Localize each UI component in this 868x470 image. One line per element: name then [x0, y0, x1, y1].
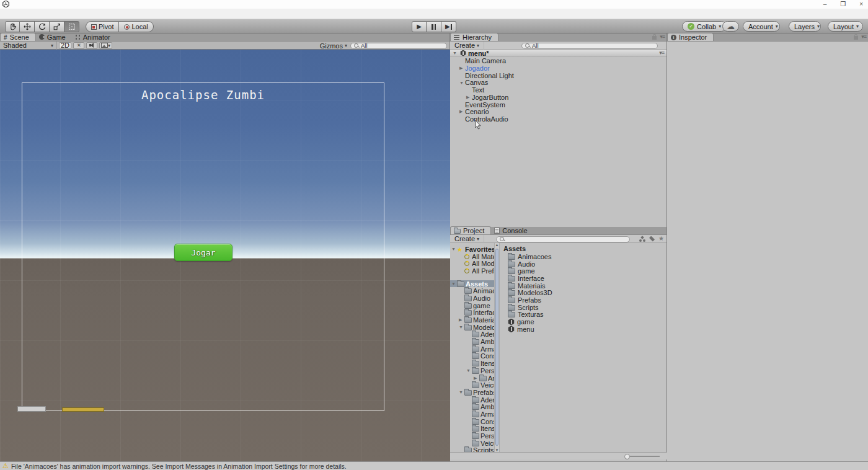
folder-tree-item[interactable]: ▼ Prefabs	[450, 389, 494, 396]
scene-search-input[interactable]: All	[350, 43, 447, 49]
folder-tree-item[interactable]: ▼ Perso	[450, 367, 494, 375]
hierarchy-item[interactable]: ▶ Jogador	[450, 64, 666, 72]
collab-button[interactable]: ✓Collab▾	[682, 21, 727, 32]
foldout-arrow-icon[interactable]: ▶	[459, 317, 464, 322]
layout-button[interactable]: Layout▾	[828, 21, 863, 32]
pivot-button[interactable]: Pivot	[86, 21, 119, 32]
rotate-tool-button[interactable]	[35, 21, 50, 32]
2d-toggle[interactable]: 2D	[59, 42, 71, 49]
asset-item[interactable]: Interface	[500, 275, 667, 282]
folder-tree-item[interactable]: Interfac	[450, 309, 494, 317]
asset-item[interactable]: Animacoes	[500, 253, 667, 260]
folder-tree-item[interactable]: Const	[450, 353, 494, 360]
inspector-tab[interactable]: Inspector	[667, 33, 714, 41]
asset-item[interactable]: Materiais	[500, 282, 667, 290]
scene-header-row[interactable]: ▼ menu* ▾≡	[450, 50, 666, 57]
layers-button[interactable]: Layers▾	[789, 21, 821, 32]
asset-item[interactable]: Modelos3D	[500, 289, 667, 296]
folder-tree-item[interactable]: ▶ Ani	[450, 375, 494, 382]
folder-tree-item[interactable]: Ambie	[450, 338, 494, 345]
panel-tab[interactable]: Project	[450, 226, 491, 234]
folder-tree-item[interactable]: All Prefa	[450, 267, 494, 275]
foldout-arrow-icon[interactable]: ▼	[451, 247, 457, 251]
foldout-arrow-icon[interactable]: ▼	[466, 368, 472, 373]
folder-tree-item[interactable]: Const	[450, 418, 494, 425]
foldout-arrow-icon[interactable]: ▼	[451, 282, 457, 286]
project-search-input[interactable]	[496, 236, 630, 242]
folder-tree-item[interactable]: Perso	[450, 432, 494, 440]
asset-item[interactable]: Scripts	[500, 304, 667, 311]
local-button[interactable]: Local	[119, 21, 153, 32]
scrollbar-thumb[interactable]	[495, 249, 498, 446]
step-button[interactable]: ▶	[441, 21, 456, 32]
scene-object-building[interactable]	[17, 406, 46, 412]
asset-item[interactable]: game	[500, 267, 667, 275]
folder-tree-item[interactable]: Animaco	[450, 287, 494, 295]
rect-tool-button[interactable]	[64, 21, 79, 32]
folder-tree-item[interactable]: Veicul	[450, 440, 494, 447]
hand-tool-button[interactable]	[5, 21, 20, 32]
hierarchy-item[interactable]: ▶ Cenario	[450, 109, 666, 116]
move-tool-button[interactable]	[20, 21, 35, 32]
foldout-arrow-icon[interactable]: ▼	[459, 325, 464, 329]
folder-tree-item[interactable]: ▼ Favorites	[450, 246, 494, 253]
scale-tool-button[interactable]	[50, 21, 64, 32]
folder-tree-item[interactable]: Ambie	[450, 403, 494, 410]
minimize-button[interactable]: –	[823, 0, 827, 8]
lighting-toggle[interactable]: ☀	[73, 42, 84, 49]
hierarchy-item[interactable]: EventSystem	[450, 101, 666, 109]
favorites-star-icon[interactable]: ★	[658, 236, 664, 242]
asset-item[interactable]: game	[500, 318, 667, 326]
folder-tree-item[interactable]: ▶ Materiais	[450, 316, 494, 324]
folder-tree-item[interactable]: Itens	[450, 360, 494, 367]
view-tab[interactable]: Game	[36, 33, 72, 41]
panel-menu-icon[interactable]: ▾≡	[660, 34, 665, 40]
thumbnail-zoom-slider[interactable]	[626, 456, 660, 457]
panel-menu-icon[interactable]: ▾≡	[861, 34, 866, 40]
hierarchy-item[interactable]: ▼ Canvas	[450, 79, 666, 86]
folder-tree-item[interactable]: Scripts	[450, 447, 494, 452]
hierarchy-item[interactable]: ▶ JogarButton	[450, 94, 666, 101]
folder-tree-item[interactable]: ▼ Assets	[450, 280, 494, 288]
hierarchy-tab[interactable]: Hierarchy	[450, 33, 498, 41]
scroll-up-icon[interactable]: ▲	[495, 243, 499, 247]
tree-scrollbar[interactable]: ▲ ▼	[494, 243, 500, 452]
hierarchy-create-button[interactable]: Create▾	[450, 42, 484, 50]
folder-tree-item[interactable]: Veicul	[450, 381, 494, 389]
folder-tree-item[interactable]: All Mode	[450, 260, 494, 267]
folder-tree-item[interactable]: Adere	[450, 331, 494, 339]
foldout-arrow-icon[interactable]: ▼	[459, 390, 464, 394]
scene-menu-icon[interactable]: ▾≡	[659, 50, 664, 56]
effects-toggle[interactable]: ▾	[99, 42, 112, 49]
play-button[interactable]: ▶	[412, 21, 427, 32]
hierarchy-item[interactable]: Text	[450, 86, 666, 94]
folder-tree-item[interactable]: Itens	[450, 425, 494, 433]
project-create-button[interactable]: Create▾	[450, 235, 484, 243]
hierarchy-search-input[interactable]: All	[521, 43, 658, 49]
folder-tree-item[interactable]: All Mater	[450, 253, 494, 260]
asset-item[interactable]: Prefabs	[500, 296, 667, 304]
cloud-button[interactable]: ☁	[722, 21, 739, 32]
foldout-arrow-icon[interactable]: ▼	[453, 51, 458, 55]
view-tab[interactable]: Animator	[72, 33, 117, 41]
foldout-arrow-icon[interactable]: ▶	[474, 376, 479, 381]
folder-tree-item[interactable]: Adere	[450, 396, 494, 404]
view-tab[interactable]: Scene	[0, 33, 36, 41]
status-bar[interactable]: ⚠ File 'Animacoes' has animation import …	[0, 461, 868, 470]
folder-tree-item[interactable]: Armas	[450, 345, 494, 353]
scene-viewport[interactable]: Apocalipse Zumbi Jogar	[0, 50, 450, 461]
scene-object-bus[interactable]	[62, 407, 104, 412]
pause-button[interactable]	[427, 21, 441, 32]
search-by-label-icon[interactable]	[649, 236, 655, 242]
search-by-type-icon[interactable]	[639, 236, 645, 242]
shading-mode-dropdown[interactable]: Shaded▾	[0, 42, 57, 50]
asset-item[interactable]: Audio	[500, 260, 667, 268]
gizmos-dropdown[interactable]: Gizmos▾	[320, 42, 347, 50]
close-button[interactable]: ×	[859, 0, 863, 8]
panel-tab[interactable]: Console	[491, 226, 533, 234]
lock-icon[interactable]	[652, 36, 657, 40]
maximize-button[interactable]: ❐	[840, 0, 846, 8]
foldout-arrow-icon[interactable]: ▶	[459, 109, 465, 114]
folder-tree-item[interactable]	[450, 275, 494, 280]
foldout-arrow-icon[interactable]: ▶	[466, 95, 472, 100]
